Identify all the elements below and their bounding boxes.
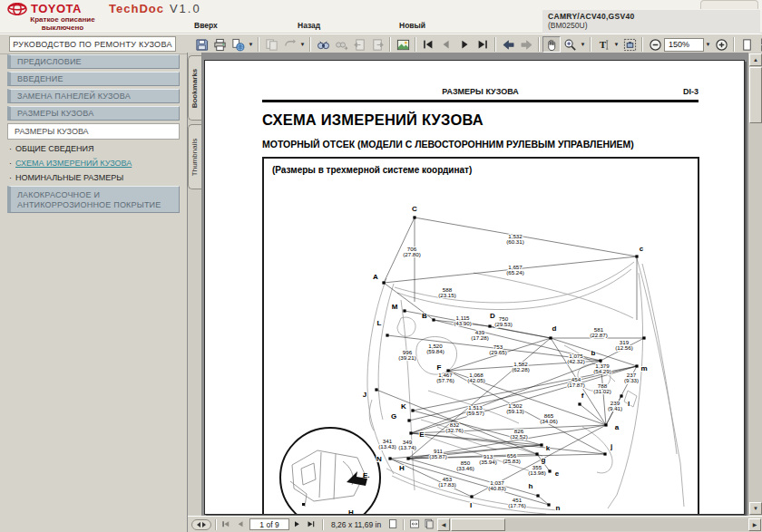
sidebar-subitem-link[interactable]: ОБЩИЕ СВЕДЕНИЯ (15, 144, 93, 153)
svg-text:996(39.21): 996(39.21) (398, 349, 416, 361)
svg-text:656(25.83): 656(25.83) (503, 452, 521, 464)
pdf-page: РАЗМЕРЫ КУЗОВА DI-3 СХЕМА ИЗМЕРЕНИЙ КУЗО… (204, 60, 745, 515)
svg-text:b: b (591, 349, 596, 357)
snapshot-icon (623, 38, 637, 52)
pdf-toolbar: РУКОВОДСТВО ПО РЕМОНТУ КУЗОВА ▼▼▼T▼150%▼… (0, 34, 762, 54)
manual-title-button[interactable]: РУКОВОДСТВО ПО РЕМОНТУ КУЗОВА (9, 36, 176, 52)
export-icon (231, 38, 245, 52)
copy-button[interactable] (262, 36, 280, 53)
page-subtitle: МОТОРНЫЙ ОТСЕК (МОДЕЛИ С ЛЕВОСТОРОННИМ Р… (262, 139, 634, 150)
text-select-tool-button-caret[interactable]: ▼ (612, 36, 620, 53)
sidebar-section-1[interactable]: ВВЕДЕНИЕ (7, 72, 180, 86)
status-next-page-button[interactable] (291, 518, 304, 530)
svg-text:349(13.74): 349(13.74) (398, 439, 416, 450)
page-size-label: 8,26 x 11,69 in (331, 520, 381, 529)
print-icon (213, 38, 227, 52)
status-previous-page-button[interactable] (235, 518, 248, 530)
svg-text:911(35.87): 911(35.87) (429, 448, 447, 459)
horizontal-scrollbar[interactable]: ◀ ▶ (437, 518, 761, 531)
top-nav-1[interactable]: Назад (298, 21, 320, 30)
sidebar-subitem-0[interactable]: ·ОБЩИЕ СВЕДЕНИЯ (9, 142, 180, 155)
panel-tab-bookmarks[interactable]: Bookmarks (188, 55, 201, 121)
vertical-scroll-thumb[interactable] (749, 67, 762, 123)
toolbar-separator (389, 37, 391, 52)
export-button[interactable] (229, 36, 247, 53)
zoom-level-input[interactable]: 150% (664, 38, 704, 52)
zoom-tool-button-caret[interactable]: ▼ (579, 36, 587, 53)
zoom-out-button[interactable] (646, 36, 664, 53)
scroll-down-button[interactable]: ▼ (749, 502, 762, 515)
svg-text:1,467(57.76): 1,467(57.76) (436, 372, 454, 383)
scroll-left-button[interactable]: ◀ (437, 518, 450, 531)
text-select-tool-button[interactable]: T (594, 36, 612, 53)
zoom-tool-button[interactable] (561, 36, 579, 53)
gofwd-icon (520, 38, 533, 52)
export-button-caret[interactable]: ▼ (247, 36, 255, 53)
sidebar-section-3[interactable]: РАЗМЕРЫ КУЗОВА (7, 106, 180, 121)
continuous-button[interactable] (756, 36, 762, 53)
graphics-button[interactable] (394, 36, 412, 53)
page-size-button[interactable] (386, 518, 399, 530)
svg-text:a: a (615, 423, 620, 431)
document-canvas: РАЗМЕРЫ КУЗОВА DI-3 СХЕМА ИЗМЕРЕНИЙ КУЗО… (202, 53, 748, 516)
svg-text:H: H (399, 464, 405, 472)
horizontal-scroll-thumb[interactable] (451, 518, 505, 531)
top-nav-2[interactable]: Новый (399, 21, 425, 30)
status-first-page-button[interactable] (220, 518, 233, 530)
scroll-right-button[interactable]: ▶ (748, 518, 761, 531)
svg-text:e: e (555, 469, 560, 478)
sidebar-subitem-link[interactable]: СХЕМА ИЗМЕРЕНИЙ КУЗОВА (15, 159, 132, 168)
sidebar-subitem-1[interactable]: ·СХЕМА ИЗМЕРЕНИЙ КУЗОВА (9, 157, 180, 169)
undo-icon (283, 38, 297, 52)
sidebar-section-paint[interactable]: ЛАКОКРАСОЧНОЕ ИАНТИКОРРОЗИОННОЕ ПОКРЫТИЕ (7, 186, 180, 213)
find-again-button[interactable] (332, 36, 350, 53)
undo-button-caret[interactable]: ▼ (298, 36, 307, 53)
print-button[interactable] (210, 36, 229, 53)
toolbar-separator (309, 37, 311, 52)
hand-tool-button[interactable] (542, 36, 561, 53)
svg-text:451(17.76): 451(17.76) (508, 497, 526, 508)
save-button[interactable] (192, 36, 210, 53)
vehicle-tab[interactable] (700, 0, 758, 9)
sidebar-section-0[interactable]: ПРЕДИСЛОВИЕ (7, 54, 180, 69)
last-page-button[interactable] (474, 36, 492, 53)
page-reference: DI-3 (262, 87, 698, 96)
pdf-viewer: BookmarksThumbnails РАЗМЕРЫ КУЗОВА DI-3 … (187, 53, 762, 532)
go-back-button[interactable] (499, 36, 517, 53)
svg-text:G: G (391, 412, 396, 421)
panel-tab-thumbnails[interactable]: Thumbnails (188, 124, 201, 189)
svg-text:E: E (419, 430, 425, 439)
next-view-button[interactable] (368, 36, 386, 53)
fit-page-button[interactable] (423, 518, 435, 530)
svg-text:1,115(43.90): 1,115(43.90) (454, 314, 472, 326)
top-nav-0[interactable]: Вверх (194, 21, 218, 30)
page-indicator[interactable]: 1 of 9 (249, 518, 289, 530)
previous-view-button[interactable] (350, 36, 368, 53)
sidebar-subitem-link[interactable]: НОМИНАЛЬНЫЕ РАЗМЕРЫ (15, 173, 123, 182)
sidebar-active-section[interactable]: РАЗМЕРЫ КУЗОВА (7, 123, 180, 140)
find-button[interactable] (314, 36, 332, 53)
zoom-in-button[interactable] (712, 36, 730, 53)
svg-text:454(17.87): 454(17.87) (567, 376, 585, 388)
sidebar-section-2[interactable]: ЗАМЕНА ПАНЕЛЕЙ КУЗОВА (7, 89, 180, 103)
vertical-scrollbar[interactable]: ▲ ▼ (748, 53, 762, 516)
single-page-button[interactable] (738, 36, 756, 53)
navprev-icon (440, 38, 453, 51)
next-page-button[interactable] (455, 36, 474, 53)
svg-text:1,037(40.83): 1,037(40.83) (488, 479, 506, 491)
svg-text:B: B (422, 312, 427, 320)
svg-text:g: g (542, 456, 546, 464)
zoom-dropdown[interactable]: ▼ (704, 36, 712, 53)
scroll-up-button[interactable]: ▲ (749, 53, 762, 66)
fit-width-button[interactable] (408, 518, 421, 530)
svg-text:f: f (581, 392, 584, 400)
sidebar-subitem-2[interactable]: ·НОМИНАЛЬНЫЕ РАЗМЕРЫ (9, 171, 180, 184)
first-page-button[interactable] (419, 36, 437, 53)
toolbar-separator (733, 37, 735, 52)
pane-splitter-button[interactable] (191, 519, 211, 530)
snapshot-tool-button[interactable] (620, 36, 639, 53)
previous-page-button[interactable] (437, 36, 455, 53)
status-last-page-button[interactable] (306, 518, 318, 530)
undo-button[interactable] (280, 36, 298, 53)
go-forward-button[interactable] (517, 36, 535, 53)
